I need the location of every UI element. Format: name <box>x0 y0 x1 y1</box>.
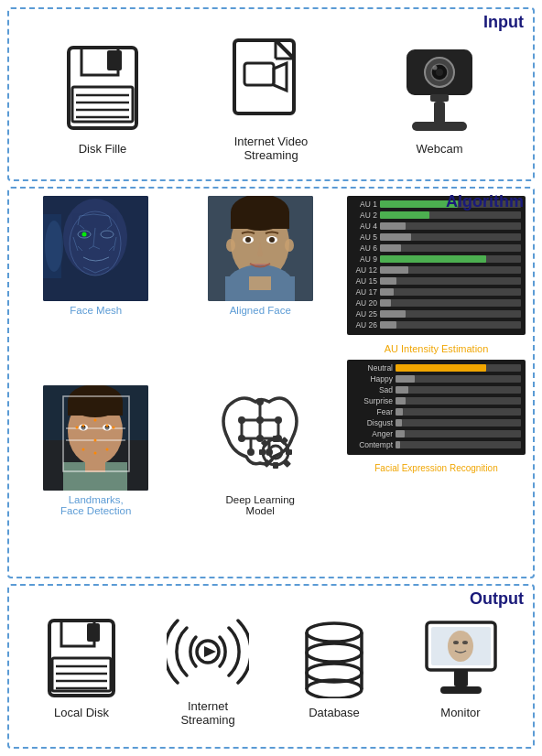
svg-point-95 <box>247 448 255 456</box>
deep-learning-box <box>208 385 313 491</box>
au-bar-row: AU 6 <box>352 243 521 253</box>
fer-label: Happy <box>352 374 393 383</box>
svg-point-42 <box>82 232 87 237</box>
svg-point-118 <box>307 623 362 642</box>
fer-bar-fill <box>396 430 405 437</box>
au-bar-fill <box>380 244 401 252</box>
au-label: AU 4 <box>352 221 377 231</box>
au-chart: AU 1 AU 2 AU 4 AU 5 AU 6 AU 9 <box>347 196 526 335</box>
svg-rect-62 <box>85 461 105 472</box>
main-container: Input Disk Fille <box>0 0 542 756</box>
au-label: AU 25 <box>352 309 377 319</box>
au-bar-bg <box>380 277 521 285</box>
au-bar-bg <box>380 299 521 307</box>
svg-point-73 <box>82 425 85 427</box>
au-bar-fill <box>380 222 406 230</box>
svg-point-78 <box>82 448 85 451</box>
au-label: AU 12 <box>352 265 377 275</box>
output-item-disk: Local Disk <box>31 618 132 719</box>
svg-point-132 <box>448 631 473 662</box>
svg-point-53 <box>269 237 275 243</box>
fer-label: Disgust <box>352 418 393 427</box>
fer-label: Contempt <box>352 440 393 449</box>
fer-bar-row: Neutral <box>352 363 521 373</box>
fer-bar-bg <box>396 441 521 448</box>
au-bar-bg <box>380 244 521 252</box>
disk-icon <box>61 43 144 135</box>
face-mesh-item: Face Mesh <box>16 196 176 380</box>
svg-point-51 <box>245 237 251 243</box>
au-chart-title: AU Intensity Estimation <box>347 343 526 354</box>
au-label: AU 15 <box>352 276 377 286</box>
database-label: Database <box>309 706 360 719</box>
au-bar-row: AU 15 <box>352 276 521 286</box>
output-section: Output Local Disk <box>7 584 535 749</box>
svg-rect-103 <box>259 449 266 455</box>
svg-point-79 <box>94 452 97 455</box>
svg-point-93 <box>256 435 264 442</box>
fer-bar-fill <box>396 441 400 448</box>
fer-bar-bg <box>396 419 521 427</box>
fer-bar-fill <box>396 364 486 372</box>
fer-chart-title: Facial Expression Recognition <box>347 463 526 473</box>
svg-rect-12 <box>244 63 274 85</box>
deep-learning-item: Deep Learning Model <box>181 385 341 569</box>
fer-bar-row: Anger <box>352 429 521 438</box>
au-bar-row: AU 2 <box>352 211 521 220</box>
svg-point-56 <box>226 239 235 252</box>
algo-row-1: Face Mesh <box>16 196 340 380</box>
svg-point-57 <box>285 239 294 252</box>
au-label: AU 17 <box>352 287 377 297</box>
input-section: Input Disk Fille <box>7 7 535 181</box>
au-bar-bg <box>380 222 521 230</box>
svg-marker-13 <box>274 63 287 91</box>
fer-bar-bg <box>396 375 521 383</box>
svg-point-89 <box>238 416 245 424</box>
au-bar-row: AU 25 <box>352 309 521 319</box>
fer-bar-fill <box>396 419 402 427</box>
au-bar-bg <box>380 255 521 263</box>
au-label: AU 5 <box>352 232 377 242</box>
disk-label: Disk Fille <box>79 142 127 156</box>
svg-rect-100 <box>273 436 278 442</box>
input-item-disk: Disk Fille <box>48 43 157 156</box>
fer-bar-bg <box>396 386 521 394</box>
au-bar-bg <box>380 310 521 318</box>
output-item-streaming: Internet Streaming <box>157 611 258 727</box>
video-icon <box>230 36 312 127</box>
streaming-icon <box>167 611 249 692</box>
aligned-face-label: Aligned Face <box>230 305 291 316</box>
landmarks-svg <box>43 385 148 491</box>
svg-point-90 <box>256 416 264 424</box>
fer-bar-row: Fear <box>352 407 521 416</box>
au-label: AU 26 <box>352 320 377 329</box>
svg-point-17 <box>436 69 443 76</box>
svg-rect-55 <box>231 212 289 229</box>
fer-label: Neutral <box>352 363 393 373</box>
landmarks-label: Landmarks, Face Detection <box>60 494 131 516</box>
fer-bar-row: Happy <box>352 374 521 383</box>
svg-rect-49 <box>249 276 271 290</box>
deep-learning-label: Deep Learning Model <box>226 494 295 516</box>
fer-bar-bg <box>396 397 521 405</box>
algo-row-2: Landmarks, Face Detection <box>16 385 340 569</box>
au-bar-fill <box>380 255 486 263</box>
svg-line-9 <box>276 40 294 59</box>
au-label: AU 9 <box>352 254 377 264</box>
fer-bar-fill <box>396 408 403 416</box>
au-bar-row: AU 12 <box>352 265 521 275</box>
svg-point-134 <box>462 641 468 644</box>
database-icon <box>298 618 371 698</box>
monitor-icon <box>422 618 500 698</box>
au-bar-row: AU 5 <box>352 232 521 242</box>
svg-point-97 <box>256 398 264 405</box>
streaming-label: Internet Streaming <box>180 699 234 727</box>
au-bar-row: AU 26 <box>352 320 521 329</box>
input-item-webcam: Webcam <box>385 43 494 156</box>
svg-point-92 <box>238 435 245 442</box>
fer-bar-bg <box>396 364 521 372</box>
local-disk-label: Local Disk <box>54 706 109 719</box>
au-bar-fill <box>380 299 391 307</box>
au-bar-bg <box>380 266 521 274</box>
svg-point-18 <box>433 65 438 70</box>
